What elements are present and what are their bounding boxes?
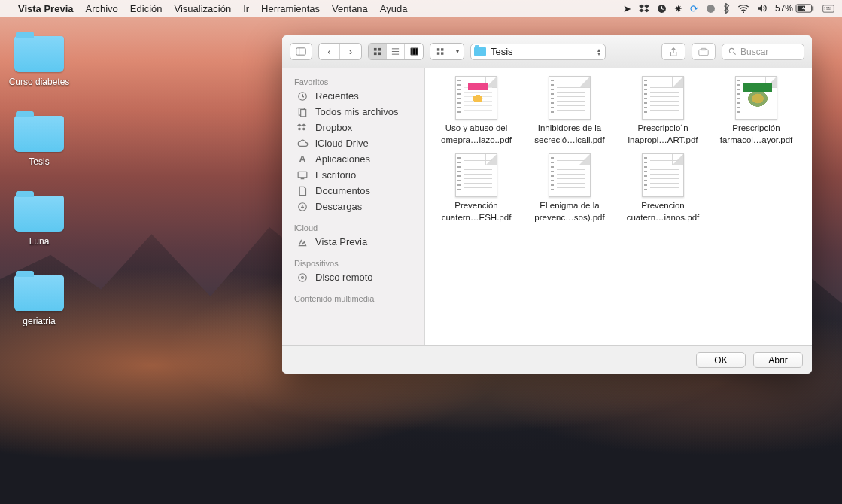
menu-visualizacion[interactable]: Visualización: [174, 3, 231, 14]
status-circle-icon[interactable]: [706, 4, 716, 14]
apps-icon: A: [296, 153, 309, 165]
svg-rect-11: [374, 52, 377, 55]
view-list-button[interactable]: [387, 44, 405, 59]
sidebar-toggle-button[interactable]: [290, 43, 312, 60]
pdf-thumbnail: [455, 76, 497, 120]
sidebar-item-documentos[interactable]: Documentos: [282, 183, 424, 199]
share-button[interactable]: [661, 43, 685, 60]
svg-line-20: [734, 53, 736, 55]
file-name-line1: Prevencion: [641, 201, 685, 210]
menu-edicion[interactable]: Edición: [130, 3, 163, 14]
status-fan-icon[interactable]: ✷: [674, 3, 682, 14]
file-item[interactable]: Prevencioncuatern…ianos.pdf: [616, 153, 710, 223]
desktop-icon: [296, 171, 309, 180]
svg-rect-14: [441, 48, 443, 50]
file-item[interactable]: Uso y abuso delomepra…lazo..pdf: [430, 76, 523, 146]
file-name-line1: El enigma de la: [540, 201, 599, 210]
app-name[interactable]: Vista Previa: [18, 3, 73, 14]
menu-herramientas[interactable]: Herramientas: [261, 3, 320, 14]
back-button[interactable]: ‹: [319, 44, 340, 59]
svg-rect-5: [812, 6, 813, 10]
finder-open-dialog: ‹ › ▾ Tesis ▴▾: [282, 35, 812, 374]
open-button[interactable]: Abrir: [753, 352, 803, 368]
sidebar-item-todos-archivos[interactable]: Todos mis archivos: [282, 104, 424, 120]
file-item[interactable]: Prevencióncuatern…ESH.pdf: [430, 153, 523, 223]
folder-icon: [474, 47, 486, 56]
svg-point-26: [299, 273, 307, 281]
status-keyboard-icon[interactable]: [822, 5, 834, 13]
svg-rect-16: [441, 52, 443, 54]
file-item[interactable]: Inhibidores de lasecreció…icali.pdf: [523, 76, 616, 146]
path-dropdown[interactable]: Tesis ▴▾: [470, 44, 606, 60]
file-name-line1: Inhibidores de la: [538, 123, 601, 132]
sidebar-item-aplicaciones[interactable]: AAplicaciones: [282, 151, 424, 167]
status-wifi-icon[interactable]: [737, 4, 749, 13]
status-clock-icon[interactable]: [657, 4, 667, 14]
file-item[interactable]: Prescripcio´ninapropi…ART.pdf: [616, 76, 710, 146]
menu-ir[interactable]: Ir: [243, 3, 249, 14]
file-name-line1: Prescripción: [732, 123, 780, 132]
search-icon: [728, 47, 737, 56]
desktop-folder-tesis[interactable]: Tesis: [5, 110, 74, 167]
path-label: Tesis: [491, 46, 513, 57]
file-item[interactable]: El enigma de laprevenc…sos).pdf: [523, 153, 616, 223]
status-battery[interactable]: 57%: [775, 3, 815, 14]
disc-icon: [296, 272, 309, 283]
menu-ventana[interactable]: Ventana: [332, 3, 368, 14]
file-name-line1: Prescripcio´n: [637, 123, 688, 132]
desktop-folder-luna[interactable]: Luna: [5, 190, 74, 247]
folder-label: Tesis: [29, 156, 49, 167]
svg-point-1: [707, 5, 715, 13]
pdf-thumbnail: [735, 76, 777, 120]
sidebar-item-recientes[interactable]: Recientes: [282, 88, 424, 104]
svg-rect-12: [378, 52, 381, 55]
svg-rect-10: [378, 48, 381, 51]
sidebar-label: Vista Previa: [315, 236, 367, 247]
forward-button[interactable]: ›: [340, 44, 361, 59]
view-icons-button[interactable]: [369, 44, 387, 59]
arrange-dropdown[interactable]: ▾: [430, 43, 464, 60]
folder-icon: [14, 196, 64, 232]
sidebar-head-multimedia: Contenido multimedia: [282, 291, 424, 305]
desktop-folder-geriatria[interactable]: geriatria: [5, 269, 74, 326]
svg-point-27: [302, 276, 304, 278]
sidebar-head-dispositivos: Dispositivos: [282, 256, 424, 269]
sidebar-label: Aplicaciones: [315, 153, 370, 165]
svg-rect-15: [436, 52, 439, 54]
view-switcher: [368, 43, 424, 60]
status-sync-icon[interactable]: ⟳: [690, 3, 698, 14]
file-item[interactable]: Prescripciónfarmacol…ayor.pdf: [710, 76, 803, 146]
tags-button[interactable]: [692, 43, 716, 60]
dropbox-icon: [296, 123, 309, 133]
menu-archivo[interactable]: Archivo: [85, 3, 117, 14]
download-icon: [296, 202, 309, 212]
dialog-footer: OK Abrir: [282, 345, 812, 374]
status-play-icon[interactable]: ➤: [623, 3, 631, 14]
ok-button[interactable]: OK: [696, 352, 746, 368]
svg-rect-13: [436, 48, 439, 50]
view-columns-button[interactable]: [405, 44, 423, 59]
sidebar-item-icloud-drive[interactable]: iCloud Drive: [282, 135, 424, 151]
status-dropbox-icon[interactable]: [639, 3, 649, 14]
search-field[interactable]: Buscar: [722, 44, 804, 60]
pdf-thumbnail: [549, 76, 591, 120]
sidebar-label: Recientes: [315, 90, 359, 102]
desktop-folder-curso-diabetes[interactable]: Curso diabetes: [5, 30, 74, 87]
folder-label: Luna: [29, 236, 50, 247]
sidebar-label: Escritorio: [315, 169, 356, 181]
preview-icon: [296, 237, 309, 247]
sidebar-item-escritorio[interactable]: Escritorio: [282, 167, 424, 183]
sidebar-item-dropbox[interactable]: Dropbox: [282, 120, 424, 135]
sidebar-item-vista-previa[interactable]: Vista Previa: [282, 234, 424, 250]
updown-icon: ▴▾: [597, 48, 600, 56]
status-bluetooth-icon[interactable]: [723, 3, 730, 14]
sidebar-head-icloud: iCloud: [282, 220, 424, 234]
menu-ayuda[interactable]: Ayuda: [380, 3, 408, 14]
file-name-line2: farmacol…ayor.pdf: [720, 135, 793, 144]
status-volume-icon[interactable]: [757, 4, 768, 13]
sidebar-item-disco-remoto[interactable]: Disco remoto: [282, 269, 424, 285]
svg-rect-9: [374, 48, 377, 51]
sidebar-item-descargas[interactable]: Descargas: [282, 199, 424, 214]
file-name-line1: Prevención: [454, 201, 498, 210]
file-name-line2: secreció…icali.pdf: [534, 135, 604, 144]
